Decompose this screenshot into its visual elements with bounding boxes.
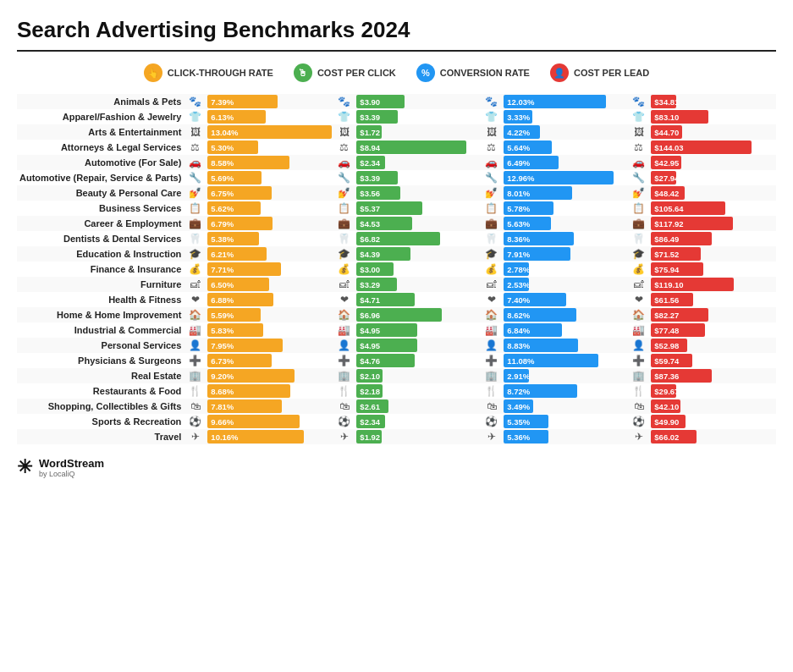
cvr-bar: 2.91% — [504, 369, 529, 383]
ctr-bar: 10.16% — [207, 430, 304, 443]
legend-cpc-label: COST PER CLICK — [317, 68, 396, 78]
cpl-bar-cell: $48.42 — [647, 185, 776, 201]
cvr-bar-cell: 8.36% — [500, 231, 630, 246]
cpc-bar: $3.39 — [356, 171, 398, 185]
cpl-icon: 🏠 — [630, 307, 647, 322]
cpc-bar-cell: $6.96 — [353, 307, 482, 322]
category-name: Finance & Insurance — [17, 262, 186, 277]
ctr-bar-cell: 5.62% — [204, 201, 335, 216]
cpl-icon: 🏭 — [630, 322, 647, 338]
cvr-bar: 8.83% — [504, 339, 578, 352]
cvr-bar-cell: 5.78% — [500, 201, 630, 216]
table-row: Health & Fitness ❤ 6.88% ❤ $4.71 ❤ 7.40%… — [17, 292, 776, 307]
cpc-bar: $5.37 — [356, 201, 422, 215]
cpl-bar: $34.81 — [651, 95, 676, 108]
brand-name: WordStream — [39, 457, 104, 470]
ctr-bar-cell: 10.16% — [204, 429, 335, 444]
brand-sub: by LocaliQ — [39, 470, 104, 478]
cpl-bar-cell: $44.70 — [647, 124, 776, 140]
cvr-bar: 8.62% — [504, 308, 576, 322]
ctr-icon: 📋 — [186, 201, 204, 216]
table-row: Education & Instruction 🎓 6.21% 🎓 $4.39 … — [17, 246, 776, 262]
category-name: Personal Services — [17, 338, 186, 353]
table-row: Travel ✈ 10.16% ✈ $1.92 ✈ 5.36% ✈ $66.02 — [17, 429, 776, 444]
cpl-icon: 💼 — [630, 216, 647, 231]
cpl-icon: ❤ — [630, 292, 647, 307]
cpl-bar-cell: $75.94 — [647, 262, 776, 277]
cvr-icon: 🏭 — [482, 322, 500, 338]
cvr-bar-cell: 2.91% — [500, 368, 630, 383]
category-name: Home & Home Improvement — [17, 307, 186, 322]
cpl-bar: $86.49 — [651, 232, 712, 245]
cpl-bar-cell: $86.49 — [647, 231, 776, 246]
ctr-bar: 6.75% — [207, 186, 272, 200]
cpc-bar: $8.94 — [356, 140, 466, 154]
cpl-bar: $66.02 — [651, 430, 697, 443]
legend-ctr: 👆 CLICK-THROUGH RATE — [144, 63, 273, 82]
cpc-bar-cell: $3.29 — [353, 277, 482, 292]
cvr-bar: 8.01% — [504, 186, 572, 200]
category-name: Business Services — [17, 201, 186, 216]
cpc-bar-cell: $1.72 — [353, 124, 482, 140]
ctr-bar-cell: 6.88% — [204, 292, 335, 307]
ctr-bar-cell: 9.20% — [204, 368, 335, 383]
cpc-bar: $3.90 — [356, 95, 405, 108]
cpc-icon: 💰 — [335, 262, 353, 277]
cpc-bar: $3.39 — [356, 110, 398, 124]
cvr-icon: 🏠 — [482, 307, 500, 322]
category-name: Real Estate — [17, 368, 186, 383]
cpl-bar-cell: $87.36 — [647, 368, 776, 383]
ctr-bar-cell: 5.30% — [204, 140, 335, 155]
table-row: Automotive (For Sale) 🚗 8.58% 🚗 $2.34 🚗 … — [17, 155, 776, 170]
cpl-bar: $144.03 — [651, 140, 752, 154]
cvr-bar-cell: 12.96% — [500, 170, 630, 185]
ctr-bar: 5.62% — [207, 201, 261, 215]
ctr-icon: 🛋 — [186, 277, 204, 292]
cpl-bar: $119.10 — [651, 278, 734, 291]
ctr-bar: 5.59% — [207, 308, 261, 322]
table-row: Restaurants & Food 🍴 8.68% 🍴 $2.18 🍴 8.7… — [17, 383, 776, 399]
cpl-bar: $75.94 — [651, 262, 703, 276]
cpc-bar: $2.10 — [356, 369, 383, 383]
ctr-bar: 6.13% — [207, 110, 266, 124]
cpl-bar-cell: $83.10 — [647, 109, 776, 124]
cpl-icon: 🛍 — [630, 399, 647, 414]
cvr-bar-cell: 5.64% — [500, 140, 630, 155]
cvr-icon: 🏢 — [482, 368, 500, 383]
cpc-bar-cell: $3.39 — [353, 170, 482, 185]
ctr-bar-cell: 6.79% — [204, 216, 335, 231]
cpl-bar-cell: $105.64 — [647, 201, 776, 216]
ctr-bar: 8.68% — [207, 384, 290, 398]
page-title: Search Advertising Benchmarks 2024 — [17, 17, 776, 43]
cpl-icon: 🖼 — [630, 124, 647, 140]
cvr-bar-cell: 12.03% — [500, 94, 630, 109]
cpl-bar-cell: $144.03 — [647, 140, 776, 155]
category-name: Career & Employment — [17, 216, 186, 231]
cvr-icon: ⚖ — [482, 140, 500, 155]
ctr-bar-cell: 6.75% — [204, 185, 335, 201]
ctr-icon: ❤ — [186, 292, 204, 307]
cvr-bar: 5.36% — [504, 430, 548, 443]
cvr-bar: 11.08% — [504, 354, 598, 367]
cpc-bar-cell: $4.95 — [353, 322, 482, 338]
cpc-bar: $4.76 — [356, 354, 415, 367]
cvr-icon: 💰 — [482, 262, 500, 277]
cpl-bar-cell: $71.52 — [647, 246, 776, 262]
cpc-bar: $2.34 — [356, 415, 385, 428]
cvr-icon: 🦷 — [482, 231, 500, 246]
category-name: Restaurants & Food — [17, 383, 186, 399]
cvr-bar: 8.36% — [504, 232, 574, 245]
cvr-icon: 🖼 — [482, 124, 500, 140]
cpc-icon: 🏠 — [335, 307, 353, 322]
cpc-bar-cell: $8.94 — [353, 140, 482, 155]
table-row: Arts & Entertainment 🖼 13.04% 🖼 $1.72 🖼 … — [17, 124, 776, 140]
cpc-icon: 🏭 — [335, 322, 353, 338]
cpl-icon: 🛋 — [630, 277, 647, 292]
ctr-bar-cell: 6.73% — [204, 353, 335, 368]
cpl-bar: $82.27 — [651, 308, 708, 322]
cvr-bar-cell: 4.22% — [500, 124, 630, 140]
cpc-icon: ⚖ — [335, 140, 353, 155]
table-row: Business Services 📋 5.62% 📋 $5.37 📋 5.78… — [17, 201, 776, 216]
cpl-bar: $105.64 — [651, 201, 725, 215]
cpl-icon: ✈ — [630, 429, 647, 444]
